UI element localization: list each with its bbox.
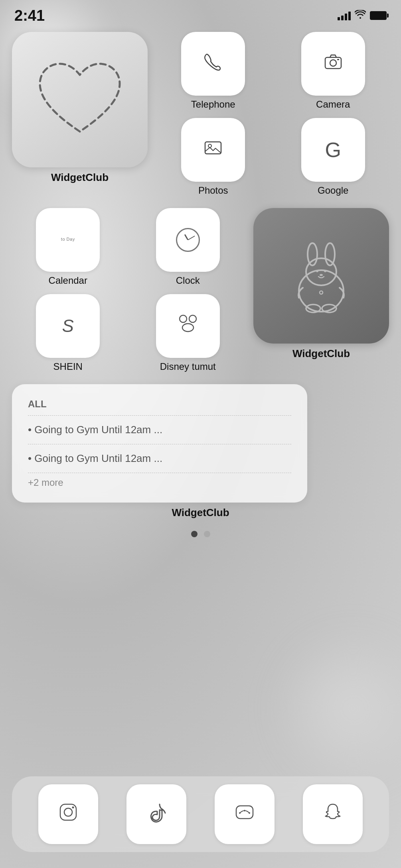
app-shein[interactable]: S SHEIN [12,294,124,372]
google-icon: G [325,138,341,162]
dock-instagram[interactable] [38,784,98,844]
svg-point-7 [182,324,194,332]
top-row: WidgetClub Telephone [12,32,389,196]
middle-left-apps: to Day Calendar Clock [12,208,244,372]
svg-point-12 [316,270,318,272]
tiktok-icon [147,802,166,827]
photos-icon-bg[interactable] [181,118,245,182]
telephone-icon-bg[interactable] [181,32,245,96]
svg-point-22 [239,812,241,814]
camera-label: Camera [316,99,350,110]
shein-icon: S [62,316,74,336]
widget-divider-1 [28,415,291,416]
main-content: WidgetClub Telephone [0,28,401,537]
widgetclub-bunny-icon[interactable] [253,208,389,344]
top-app-grid: Telephone Camera [157,32,389,196]
page-dot-active[interactable] [191,531,198,537]
app-calendar[interactable]: to Day Calendar [12,208,124,286]
widgetclub-bunny-label: WidgetClub [253,348,389,360]
svg-point-4 [208,144,211,147]
widget-card-label: WidgetClub [12,507,389,519]
google-icon-bg[interactable]: G [301,118,365,182]
app-photos[interactable]: Photos [157,118,269,196]
svg-rect-18 [60,804,76,820]
svg-point-23 [249,812,250,814]
status-time: 2:41 [14,7,45,24]
clock-label: Clock [176,275,200,286]
disney-icon [178,313,198,339]
page-dot-inactive[interactable] [204,531,210,537]
large-widget-club[interactable]: WidgetClub [12,32,148,184]
status-bar: 2:41 [0,0,401,28]
shein-icon-bg[interactable]: S [36,294,100,358]
svg-rect-21 [236,806,253,819]
dock-line[interactable] [215,784,275,844]
photos-label: Photos [198,185,228,196]
widget-club-icon[interactable] [12,32,148,167]
camera-icon [323,51,344,77]
app-disney[interactable]: Disney tumut [132,294,244,372]
calendar-label: Calendar [49,275,87,286]
widget-event-1: • Going to Gym Until 12am ... [28,420,291,440]
widget-event-2: • Going to Gym Until 12am ... [28,448,291,469]
app-google[interactable]: G Google [277,118,389,196]
widget-divider-2 [28,444,291,444]
shein-label: SHEIN [53,361,83,372]
google-label: Google [318,185,348,196]
phone-icon [203,51,223,77]
dock-tiktok[interactable] [126,784,186,844]
photos-icon [203,138,223,162]
disney-icon-bg[interactable] [156,294,220,358]
widget-more: +2 more [28,477,291,488]
app-telephone[interactable]: Telephone [157,32,269,110]
svg-point-19 [64,808,72,816]
svg-point-5 [180,315,187,322]
svg-point-10 [308,243,317,265]
clock-icon-bg[interactable] [156,208,220,272]
snapchat-icon [322,802,343,827]
signal-icon [338,11,351,20]
svg-point-6 [189,315,196,322]
telephone-label: Telephone [191,99,235,110]
calendar-widget-card[interactable]: ALL • Going to Gym Until 12am ... • Goin… [12,384,307,503]
battery-icon [370,11,387,20]
calendar-icon: to Day [36,208,100,272]
wifi-icon [355,10,366,21]
svg-point-13 [324,270,326,272]
large-app-widgetclub[interactable]: WidgetClub [253,208,389,360]
app-camera[interactable]: Camera [277,32,389,110]
page-dots [12,531,389,537]
app-clock[interactable]: Clock [132,208,244,286]
disney-label: Disney tumut [160,361,216,372]
calendar-icon-bg[interactable]: to Day [36,208,100,272]
svg-point-20 [72,806,74,808]
line-icon [234,802,255,827]
svg-rect-3 [205,142,221,154]
svg-point-24 [244,810,245,811]
instagram-icon [58,802,79,827]
svg-point-1 [330,60,336,66]
svg-point-17 [320,291,323,294]
dock-snapchat[interactable] [303,784,363,844]
clock-hand-minute [188,236,195,240]
widget-all-label: ALL [28,399,291,410]
camera-icon-bg[interactable] [301,32,365,96]
clock-icon [176,228,200,252]
svg-rect-2 [337,59,339,60]
widget-divider-3 [28,473,291,473]
svg-point-14 [320,274,323,276]
middle-section: to Day Calendar Clock [12,208,389,372]
dock [12,776,389,852]
status-icons [338,10,387,21]
large-widget-label: WidgetClub [12,171,148,184]
svg-point-11 [325,243,335,265]
